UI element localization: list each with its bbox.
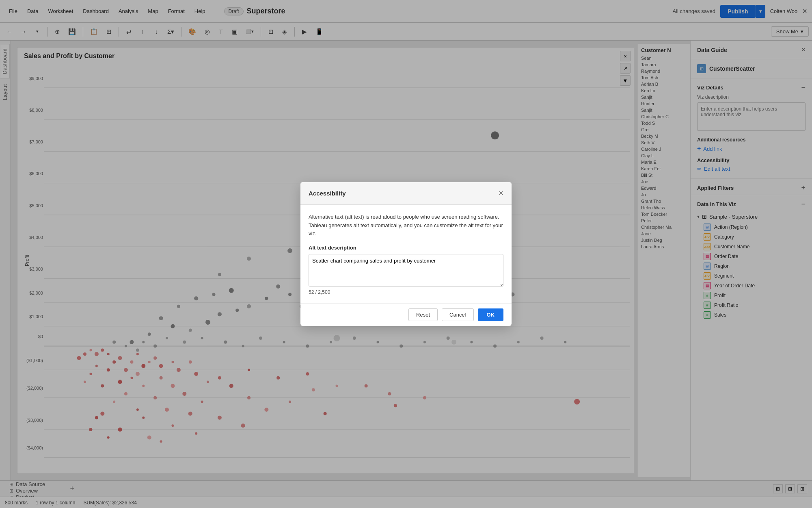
- alt-text-input[interactable]: Scatter chart comparing sales and profit…: [309, 254, 503, 287]
- alt-text-label: Alt text description: [309, 245, 503, 251]
- accessibility-dialog: Accessibility × Alternative text (alt te…: [300, 182, 512, 326]
- dialog-body: Alternative text (alt text) is read alou…: [300, 205, 512, 303]
- dialog-header: Accessibility ×: [300, 182, 512, 205]
- accessibility-dialog-overlay: Accessibility × Alternative text (alt te…: [0, 0, 812, 508]
- ok-button[interactable]: OK: [478, 308, 504, 321]
- dialog-footer: Reset Cancel OK: [300, 303, 512, 326]
- dialog-description: Alternative text (alt text) is read alou…: [309, 213, 503, 238]
- cancel-button[interactable]: Cancel: [442, 308, 473, 321]
- reset-button[interactable]: Reset: [408, 308, 438, 321]
- dialog-close-button[interactable]: ×: [499, 189, 503, 198]
- char-count: 52 / 2,500: [309, 289, 503, 295]
- dialog-title: Accessibility: [309, 190, 346, 197]
